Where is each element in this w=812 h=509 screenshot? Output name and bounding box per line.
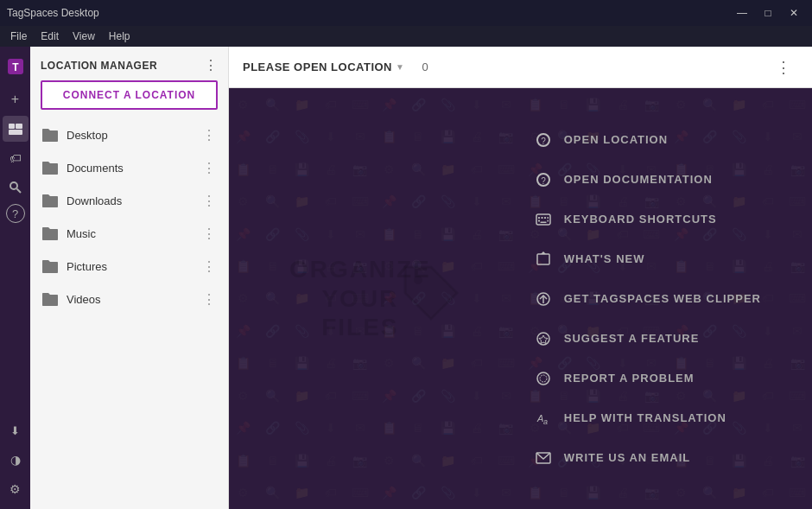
location-item-downloads[interactable]: Downloads ⋮	[30, 184, 228, 217]
svg-point-25	[537, 372, 549, 385]
location-name-documents: Documents	[67, 162, 200, 175]
open-docs-item[interactable]: ? OPEN DOCUMENTATION	[526, 161, 795, 199]
open-location-item[interactable]: ? OPEN LOCATION	[526, 121, 795, 159]
dropdown-arrow-icon: ▼	[396, 62, 404, 72]
maximize-button[interactable]: □	[757, 4, 779, 22]
close-button[interactable]: ✕	[783, 4, 805, 22]
web-clipper-label: GET TAGSPACES WEB CLIPPER	[564, 292, 761, 305]
location-more-music[interactable]: ⋮	[200, 226, 218, 242]
write-email-label: WRITE US AN EMAIL	[564, 451, 691, 464]
translation-icon: A a	[533, 408, 554, 429]
location-item-documents[interactable]: Documents ⋮	[30, 151, 228, 184]
whats-new-item[interactable]: WHAT'S NEW	[526, 240, 795, 278]
help-translation-label: HELP WITH TRANSLATION	[564, 411, 726, 424]
organize-text-block: ORGANIZE YOUR FILES	[289, 255, 431, 342]
svg-point-26	[540, 375, 547, 382]
welcome-content: ORGANIZE YOUR FILES	[229, 88, 812, 509]
connect-location-button[interactable]: CONNECT A LOCATION	[41, 80, 218, 110]
menubar: File Edit View Help	[0, 26, 812, 47]
location-more-videos[interactable]: ⋮	[200, 291, 218, 308]
svg-rect-17	[538, 220, 540, 221]
minimize-button[interactable]: —	[731, 4, 753, 22]
report-problem-item[interactable]: REPORT A PROBLEM	[526, 359, 795, 398]
location-item-music[interactable]: Music ⋮	[30, 217, 228, 250]
settings-button[interactable]: ⚙	[3, 476, 29, 502]
location-more-pictures[interactable]: ⋮	[200, 258, 218, 275]
svg-rect-2	[9, 124, 15, 129]
organize-panel: ORGANIZE YOUR FILES	[229, 88, 492, 509]
location-name-desktop: Desktop	[67, 129, 200, 142]
open-docs-icon: ?	[533, 169, 554, 190]
menu-help[interactable]: Help	[102, 29, 137, 44]
import-button[interactable]: ⬇	[3, 417, 29, 443]
write-email-item[interactable]: WRITE US AN EMAIL	[526, 439, 795, 477]
header-location-label[interactable]: PLEASE OPEN LOCATION ▼	[243, 60, 404, 73]
keyboard-shortcuts-label: KEYBOARD SHORTCUTS	[564, 213, 717, 226]
open-docs-label: OPEN DOCUMENTATION	[564, 173, 713, 186]
location-more-downloads[interactable]: ⋮	[200, 193, 218, 209]
location-item-videos[interactable]: Videos ⋮	[30, 283, 228, 315]
svg-rect-19	[547, 220, 549, 221]
theme-button[interactable]: ◑	[3, 447, 29, 473]
keyboard-icon	[533, 209, 554, 230]
folder-icon-downloads	[41, 191, 60, 210]
location-name-downloads: Downloads	[67, 194, 200, 207]
help-translation-item[interactable]: A a HELP WITH TRANSLATION	[526, 399, 795, 437]
organize-line3: FILES	[289, 313, 431, 342]
whats-new-icon	[533, 249, 554, 270]
app-logo: T	[3, 54, 29, 80]
sidebar-header: LOCATION MANAGER ⋮	[30, 47, 228, 80]
location-more-documents[interactable]: ⋮	[200, 160, 218, 176]
sidebar: LOCATION MANAGER ⋮ CONNECT A LOCATION De…	[30, 47, 229, 509]
location-manager-title: LOCATION MANAGER	[41, 60, 157, 72]
suggest-feature-label: SUGGEST A FEATURE	[564, 332, 700, 345]
search-button[interactable]	[3, 175, 29, 200]
tags-button[interactable]: 🏷	[3, 145, 29, 171]
organize-line2: YOUR	[289, 284, 431, 314]
file-count: 0	[422, 60, 428, 73]
location-list: Desktop ⋮ Documents ⋮ Downloads	[30, 118, 228, 509]
location-text: PLEASE OPEN LOCATION	[243, 60, 392, 73]
svg-rect-3	[9, 130, 22, 135]
location-name-music: Music	[67, 227, 200, 240]
svg-rect-20	[537, 254, 549, 264]
folder-icon-videos	[41, 289, 60, 309]
titlebar: TagSpaces Desktop — □ ✕	[0, 0, 812, 26]
file-browser-button[interactable]	[3, 116, 29, 142]
menu-file[interactable]: File	[3, 29, 34, 44]
location-name-pictures: Pictures	[67, 260, 200, 273]
folder-icon-music	[41, 224, 60, 243]
email-icon	[533, 448, 554, 468]
new-button[interactable]: +	[3, 86, 29, 112]
location-item-pictures[interactable]: Pictures ⋮	[30, 250, 228, 283]
svg-rect-14	[541, 217, 542, 219]
location-item-desktop[interactable]: Desktop ⋮	[30, 118, 228, 151]
sidebar-menu-button[interactable]: ⋮	[204, 57, 218, 73]
svg-rect-4	[16, 124, 22, 129]
header-more-button[interactable]: ⋮	[769, 54, 798, 80]
report-icon	[533, 368, 554, 389]
icon-rail: T + 🏷 ? ⬇ ◑ ⚙	[0, 47, 30, 509]
open-location-label: OPEN LOCATION	[564, 133, 668, 146]
web-clipper-icon	[533, 289, 554, 309]
svg-text:T: T	[12, 61, 19, 73]
keyboard-shortcuts-item[interactable]: KEYBOARD SHORTCUTS	[526, 200, 795, 239]
svg-text:?: ?	[541, 176, 546, 186]
menu-edit[interactable]: Edit	[34, 29, 66, 44]
svg-text:a: a	[543, 417, 548, 426]
suggest-feature-item[interactable]: SUGGEST A FEATURE	[526, 320, 795, 358]
folder-icon-pictures	[41, 257, 60, 276]
app-body: T + 🏷 ? ⬇ ◑ ⚙ LOCATION MANAGER ⋮	[0, 47, 812, 509]
svg-line-6	[16, 189, 21, 194]
svg-rect-13	[538, 217, 540, 219]
titlebar-title: TagSpaces Desktop	[7, 7, 99, 19]
location-more-desktop[interactable]: ⋮	[200, 127, 218, 143]
menu-view[interactable]: View	[66, 29, 102, 44]
svg-rect-18	[540, 221, 546, 223]
web-clipper-item[interactable]: GET TAGSPACES WEB CLIPPER	[526, 280, 795, 318]
svg-point-5	[10, 182, 17, 189]
organize-line1: ORGANIZE	[289, 255, 431, 284]
open-location-icon: ?	[533, 130, 554, 150]
help-button[interactable]: ?	[6, 204, 25, 223]
report-problem-label: REPORT A PROBLEM	[564, 372, 695, 385]
